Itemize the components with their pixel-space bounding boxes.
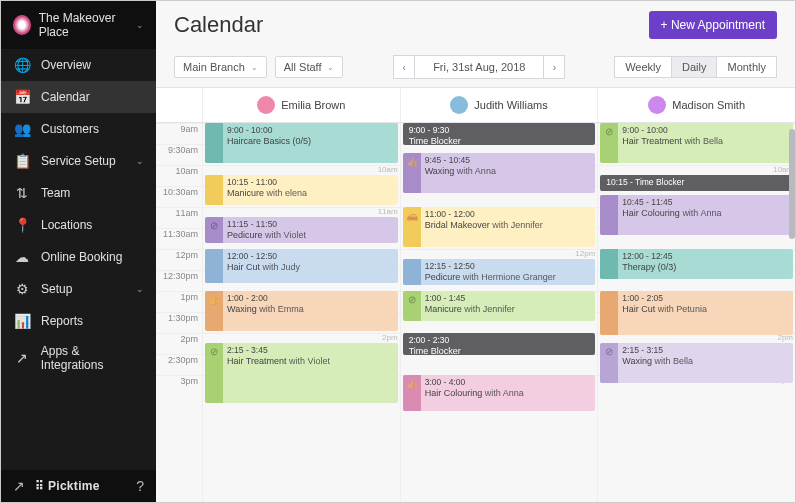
time-label: 1pm <box>156 291 202 312</box>
time-label: 2pm <box>156 333 202 354</box>
event-status-icon: ⊘ <box>600 123 618 163</box>
view-monthly-button[interactable]: Monthly <box>716 56 777 78</box>
appointment-event[interactable]: 12:00 - 12:45Therapy (0/3) <box>600 249 793 279</box>
staff-header: Emilia Brown <box>202 88 400 122</box>
time-label: 10:30am <box>156 186 202 207</box>
event-status-icon <box>205 123 223 163</box>
sidebar-item-overview[interactable]: 🌐Overview <box>1 49 156 81</box>
locations-icon: 📍 <box>13 216 31 234</box>
prev-day-button[interactable]: ‹ <box>393 55 415 79</box>
brand-selector[interactable]: The Makeover Place ⌄ <box>1 1 156 49</box>
appointment-event[interactable]: 👍3:00 - 4:00Hair Colouring with Anna <box>403 375 596 411</box>
time-label: 9:30am <box>156 144 202 165</box>
event-title: Therapy (0/3) <box>622 262 789 272</box>
sidebar-item-label: Reports <box>41 314 83 328</box>
event-time: 2:15 - 3:45 <box>227 346 394 356</box>
event-time: 9:00 - 10:00 <box>227 126 394 136</box>
appointment-event[interactable]: ⊘11:15 - 11:50Pedicure with Violet <box>205 217 398 243</box>
appointment-event[interactable]: 12:15 - 12:50Pedicure with Hermione Gran… <box>403 259 596 285</box>
appointment-event[interactable]: 10:15 - Time Blocker <box>600 175 793 191</box>
time-label: 10am <box>156 165 202 186</box>
sidebar-item-locations[interactable]: 📍Locations <box>1 209 156 241</box>
event-time: 11:15 - 11:50 <box>227 220 394 230</box>
event-title: Hair Treatment with Violet <box>227 356 394 366</box>
appointment-event[interactable]: 9:00 - 9:30Time Blocker <box>403 123 596 145</box>
event-status-icon <box>205 175 223 205</box>
event-title: Hair Treatment with Bella <box>622 136 789 146</box>
event-title: Waxing with Bella <box>622 356 789 366</box>
time-label: 2:30pm <box>156 354 202 375</box>
online-booking-icon: ☁ <box>13 248 31 266</box>
scrollbar-thumb[interactable] <box>789 129 795 239</box>
event-status-icon: ⊘ <box>205 217 223 243</box>
event-time: 12:00 - 12:50 <box>227 252 394 262</box>
appointment-event[interactable]: 👍1:00 - 2:00Waxing with Emma <box>205 291 398 331</box>
event-time: 2:00 - 2:30 <box>409 336 592 346</box>
event-time: 1:00 - 2:00 <box>227 294 394 304</box>
event-status-icon <box>600 291 618 335</box>
appointment-event[interactable]: 👍9:45 - 10:45Waxing with Anna <box>403 153 596 193</box>
sidebar-item-customers[interactable]: 👥Customers <box>1 113 156 145</box>
branch-dropdown[interactable]: Main Branch⌄ <box>174 56 267 78</box>
calendar-icon: 📅 <box>13 88 31 106</box>
apps-integrations-icon: ↗ <box>13 349 31 367</box>
next-day-button[interactable]: › <box>543 55 565 79</box>
appointment-event[interactable]: 9:00 - 10:00Haircare Basics (0/5) <box>205 123 398 163</box>
appointment-event[interactable]: 2:00 - 2:30Time Blocker <box>403 333 596 355</box>
sidebar-item-label: Overview <box>41 58 91 72</box>
event-title: Hair Colouring with Anna <box>622 208 789 218</box>
sidebar-item-apps-integrations[interactable]: ↗Apps & Integrations <box>1 337 156 379</box>
appointment-event[interactable]: 10:15 - 11:00Manicure with elena <box>205 175 398 205</box>
hour-tag: 2pm <box>382 333 398 342</box>
chevron-down-icon: ⌄ <box>136 284 144 294</box>
hour-tag: 11am <box>378 207 398 216</box>
sidebar-item-online-booking[interactable]: ☁Online Booking <box>1 241 156 273</box>
event-time: 10:45 - 11:45 <box>622 198 789 208</box>
staff-dropdown[interactable]: All Staff⌄ <box>275 56 344 78</box>
event-time: 11:00 - 12:00 <box>425 210 592 220</box>
staff-header: Judith Williams <box>400 88 598 122</box>
chevron-down-icon: ⌄ <box>136 156 144 166</box>
event-status-icon <box>403 259 421 285</box>
appointment-event[interactable]: 1:00 - 2:05Hair Cut with Petunia <box>600 291 793 335</box>
event-time: 1:00 - 2:05 <box>622 294 789 304</box>
time-label: 3pm <box>156 375 202 396</box>
event-status-icon: 👍 <box>205 291 223 331</box>
appointment-event[interactable]: 12:00 - 12:50Hair Cut with Judy <box>205 249 398 283</box>
appointment-event[interactable]: ⊘2:15 - 3:15Waxing with Bella <box>600 343 793 383</box>
sidebar-item-setup[interactable]: ⚙Setup⌄ <box>1 273 156 305</box>
sidebar-item-team[interactable]: ⇅Team <box>1 177 156 209</box>
event-status-icon: ⊘ <box>205 343 223 403</box>
sidebar-item-reports[interactable]: 📊Reports <box>1 305 156 337</box>
sidebar-item-label: Apps & Integrations <box>41 344 144 372</box>
event-title: Hair Cut with Petunia <box>622 304 789 314</box>
appointment-event[interactable]: 🚗11:00 - 12:00Bridal Makeover with Jenni… <box>403 207 596 247</box>
sidebar-item-label: Team <box>41 186 70 200</box>
service-setup-icon: 📋 <box>13 152 31 170</box>
view-weekly-button[interactable]: Weekly <box>614 56 672 78</box>
date-display[interactable]: Fri, 31st Aug, 2018 <box>415 55 543 79</box>
appointment-event[interactable]: ⊘2:15 - 3:45Hair Treatment with Violet <box>205 343 398 403</box>
help-icon[interactable]: ? <box>136 478 144 494</box>
customers-icon: 👥 <box>13 120 31 138</box>
event-title: Manicure with elena <box>227 188 394 198</box>
time-label: 11am <box>156 207 202 228</box>
brand-logo <box>13 15 31 35</box>
sidebar-item-label: Calendar <box>41 90 90 104</box>
sidebar-item-service-setup[interactable]: 📋Service Setup⌄ <box>1 145 156 177</box>
event-title: Pedicure with Violet <box>227 230 394 240</box>
sidebar-item-label: Customers <box>41 122 99 136</box>
event-status-icon: 🚗 <box>403 207 421 247</box>
event-status-icon: 👍 <box>403 375 421 411</box>
appointment-event[interactable]: ⊘9:00 - 10:00Hair Treatment with Bella <box>600 123 793 163</box>
time-label: 1:30pm <box>156 312 202 333</box>
new-appointment-button[interactable]: + New Appointment <box>649 11 777 39</box>
expand-icon[interactable]: ↗ <box>13 478 25 494</box>
avatar <box>450 96 468 114</box>
view-daily-button[interactable]: Daily <box>671 56 717 78</box>
appointment-event[interactable]: 10:45 - 11:45Hair Colouring with Anna <box>600 195 793 235</box>
avatar <box>648 96 666 114</box>
sidebar-item-label: Service Setup <box>41 154 116 168</box>
appointment-event[interactable]: ⊘1:00 - 1:45Manicure with Jennifer <box>403 291 596 321</box>
sidebar-item-calendar[interactable]: 📅Calendar <box>1 81 156 113</box>
